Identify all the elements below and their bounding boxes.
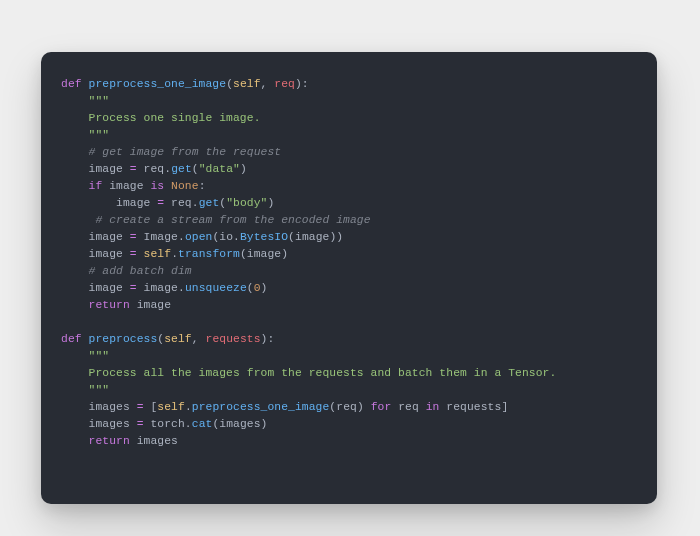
comma: , — [261, 78, 275, 90]
method: open — [185, 231, 213, 243]
code-card: def preprocess_one_image(self, req): """… — [41, 52, 657, 504]
docstring-quote: """ — [89, 350, 110, 362]
close-paren-colon: ): — [295, 78, 309, 90]
code-block: def preprocess_one_image(self, req): """… — [61, 76, 637, 450]
op-assign: = — [130, 231, 137, 243]
space — [137, 248, 144, 260]
var: image — [89, 231, 130, 243]
self-param: self — [164, 333, 192, 345]
method: cat — [192, 418, 213, 430]
comment: # get image from the request — [89, 146, 282, 158]
var: images — [89, 401, 137, 413]
docstring-text: Process all the images from the requests… — [89, 367, 557, 379]
self: self — [157, 401, 185, 413]
comment: # create a stream from the encoded image — [89, 214, 371, 226]
module: torch — [144, 418, 185, 430]
var: image — [89, 248, 130, 260]
self: self — [144, 248, 172, 260]
dot: . — [178, 282, 185, 294]
func-name: preprocess_one_image — [89, 78, 227, 90]
close-parens: )) — [329, 231, 343, 243]
dot: . — [233, 231, 240, 243]
docstring-quote: """ — [89, 129, 110, 141]
method: get — [199, 197, 220, 209]
open-paren: ( — [192, 163, 199, 175]
var: image — [116, 197, 157, 209]
keyword-for: for — [371, 401, 392, 413]
comma: , — [192, 333, 206, 345]
keyword-def: def — [61, 78, 82, 90]
op-assign: = — [130, 248, 137, 260]
var: image — [89, 163, 130, 175]
return-var: image — [130, 299, 171, 311]
dot: . — [185, 401, 192, 413]
keyword-return: return — [89, 435, 130, 447]
return-var: images — [130, 435, 178, 447]
var: image — [295, 231, 329, 243]
docstring-quote: """ — [89, 95, 110, 107]
self-param: self — [233, 78, 261, 90]
method: transform — [178, 248, 240, 260]
close-paren: ) — [240, 163, 247, 175]
method: unsqueeze — [185, 282, 247, 294]
open-paren: ( — [226, 78, 233, 90]
var: images — [89, 418, 137, 430]
obj: req — [137, 163, 165, 175]
obj: req — [164, 197, 192, 209]
dot: . — [185, 418, 192, 430]
number: 0 — [254, 282, 261, 294]
comment: # add batch dim — [89, 265, 192, 277]
close-paren: ) — [261, 418, 268, 430]
close-paren-space: ) — [357, 401, 371, 413]
var: image — [247, 248, 281, 260]
open-bracket: [ — [144, 401, 158, 413]
class-call: BytesIO — [240, 231, 288, 243]
op-assign: = — [137, 418, 144, 430]
none-const: None — [171, 180, 199, 192]
keyword-in: in — [426, 401, 440, 413]
close-paren: ) — [261, 282, 268, 294]
module: io — [219, 231, 233, 243]
param: req — [274, 78, 295, 90]
dot: . — [178, 231, 185, 243]
method: get — [171, 163, 192, 175]
var: images — [219, 418, 260, 430]
string: "data" — [199, 163, 240, 175]
keyword-if: if — [89, 180, 103, 192]
method: preprocess_one_image — [192, 401, 330, 413]
colon: : — [199, 180, 206, 192]
close-paren: ) — [281, 248, 288, 260]
op-assign: = — [130, 163, 137, 175]
keyword-return: return — [89, 299, 130, 311]
iter-var-close: requests] — [439, 401, 508, 413]
var: image — [89, 282, 130, 294]
class-name: Image — [137, 231, 178, 243]
open-paren: ( — [288, 231, 295, 243]
docstring-text: Process one single image. — [89, 112, 261, 124]
loop-var: req — [391, 401, 425, 413]
dot: . — [192, 197, 199, 209]
open-paren: ( — [240, 248, 247, 260]
keyword-def: def — [61, 333, 82, 345]
keyword-is: is — [150, 180, 164, 192]
var: req — [336, 401, 357, 413]
open-paren: ( — [247, 282, 254, 294]
docstring-quote: """ — [89, 384, 110, 396]
func-name: preprocess — [89, 333, 158, 345]
op-assign: = — [137, 401, 144, 413]
var: image — [102, 180, 150, 192]
close-paren: ) — [267, 197, 274, 209]
param: requests — [206, 333, 261, 345]
dot: . — [171, 248, 178, 260]
obj: image — [137, 282, 178, 294]
string: "body" — [226, 197, 267, 209]
close-paren-colon: ): — [261, 333, 275, 345]
op-assign: = — [130, 282, 137, 294]
